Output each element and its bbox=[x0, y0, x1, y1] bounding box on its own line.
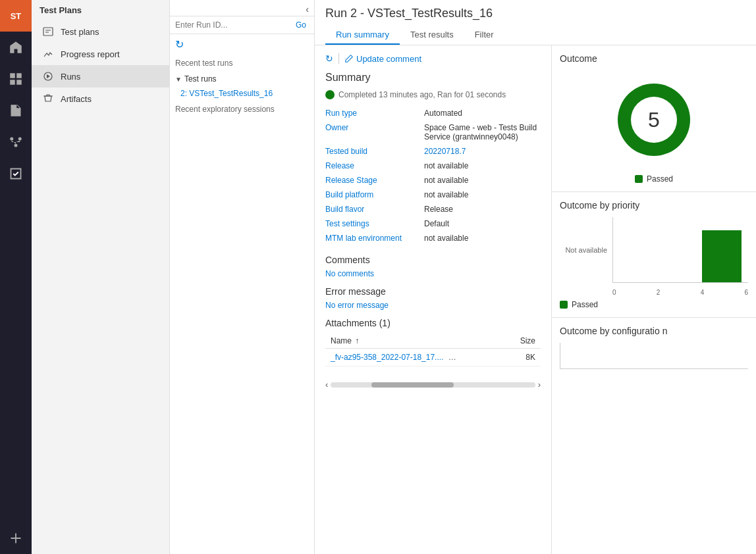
donut-wrap: 5 5 bbox=[605, 70, 703, 169]
priority-passed-dot bbox=[560, 301, 568, 309]
sidebar-item-artifacts[interactable]: Artifacts bbox=[32, 88, 169, 110]
priority-plot-area bbox=[612, 217, 748, 283]
svg-point-5 bbox=[18, 138, 22, 141]
test-plans-icon bbox=[42, 26, 54, 38]
field-release-stage-value: not available bbox=[424, 174, 541, 186]
svg-point-4 bbox=[10, 138, 13, 141]
edit-icon bbox=[344, 54, 354, 63]
toolbar-refresh-icon[interactable]: ↻ bbox=[325, 53, 333, 64]
donut-legend: Passed bbox=[635, 174, 673, 184]
passed-legend-dot bbox=[635, 175, 643, 183]
run-id-input[interactable] bbox=[175, 20, 293, 30]
field-test-settings-value: Default bbox=[424, 218, 541, 230]
outcome-panel: Outcome 5 5 Passed bbox=[552, 45, 756, 192]
svg-rect-2 bbox=[10, 80, 15, 85]
field-release-label: Release bbox=[325, 160, 424, 172]
attachment-name-cell: _fv-az95-358_2022-07-18_17.... … bbox=[325, 349, 506, 366]
attachments-table: Name ↑ Size _fv-az95-358_2022-07-18_17..… bbox=[325, 334, 541, 366]
page-title: Run 2 - VSTest_TestResults_16 bbox=[325, 7, 745, 20]
field-build-flavor-value: Release bbox=[424, 203, 541, 215]
app-logo[interactable]: ST bbox=[0, 0, 32, 32]
tab-test-results[interactable]: Test results bbox=[400, 26, 464, 45]
donut-chart: 5 5 Passed bbox=[560, 70, 748, 184]
field-test-settings-label: Test settings bbox=[325, 218, 424, 230]
update-comment-button[interactable]: Update comment bbox=[344, 54, 421, 64]
toolbar: ↻ Update comment bbox=[325, 53, 541, 64]
attachment-row: _fv-az95-358_2022-07-18_17.... … 8K bbox=[325, 349, 541, 366]
priority-chart-area: Not available 0 2 4 6 bbox=[560, 217, 748, 296]
status-green-circle bbox=[325, 90, 335, 99]
field-release-value: not available bbox=[424, 160, 541, 172]
sidebar-header: Test Plans bbox=[32, 0, 169, 20]
attachment-name[interactable]: _fv-az95-358_2022-07-18_17.... bbox=[331, 353, 443, 362]
progress-report-icon bbox=[42, 48, 54, 60]
priority-legend: Passed bbox=[560, 300, 748, 309]
priority-passed-label: Passed bbox=[572, 300, 598, 309]
tab-filter[interactable]: Filter bbox=[464, 26, 504, 45]
field-mtm-label: MTM lab environment bbox=[325, 232, 424, 244]
content-left: ↻ Update comment Summary Completed 13 mi… bbox=[315, 45, 552, 554]
collapse-panel-icon[interactable]: ‹ bbox=[303, 3, 311, 16]
refresh-button[interactable]: ↻ bbox=[170, 34, 314, 55]
sidebar-item-progress-report-label: Progress report bbox=[61, 49, 120, 59]
recent-exploratory-sessions-label[interactable]: Recent exploratory sessions bbox=[170, 101, 314, 118]
outcome-title: Outcome bbox=[560, 53, 748, 64]
field-release-stage-label: Release Stage bbox=[325, 174, 424, 186]
status-text: Completed 13 minutes ago, Ran for 01 sec… bbox=[338, 90, 506, 99]
field-run-type-label: Run type bbox=[325, 107, 424, 119]
main-area: Run 2 - VSTest_TestResults_16 Run summar… bbox=[315, 0, 756, 554]
field-owner-value: Space Game - web - Tests Build Service (… bbox=[424, 122, 541, 143]
no-comments: No comments bbox=[325, 269, 541, 278]
nav-item-pipelines[interactable] bbox=[0, 126, 32, 158]
priority-y-label: Not available bbox=[560, 217, 612, 283]
attachments-title: Attachments (1) bbox=[325, 318, 541, 328]
attachment-menu-dots[interactable]: … bbox=[448, 353, 456, 362]
scroll-right-arrow[interactable]: › bbox=[538, 380, 541, 390]
tab-run-summary[interactable]: Run summary bbox=[325, 26, 400, 45]
field-tested-build-value: 20220718.7 bbox=[424, 145, 541, 157]
svg-rect-3 bbox=[16, 80, 22, 85]
nav-add-icon[interactable] bbox=[0, 522, 32, 554]
outcome-config-title: Outcome by configuratio n bbox=[560, 326, 748, 336]
test-run-item[interactable]: 2: VSTest_TestResults_16 bbox=[170, 86, 314, 101]
donut-center-value: 5 bbox=[648, 108, 660, 132]
scroll-track[interactable] bbox=[331, 382, 535, 388]
field-run-type-value: Automated bbox=[424, 107, 541, 119]
no-error: No error message bbox=[325, 301, 541, 310]
svg-point-6 bbox=[14, 144, 18, 147]
sidebar-item-progress-report[interactable]: Progress report bbox=[32, 43, 169, 65]
nav-item-test-plans[interactable] bbox=[0, 158, 32, 189]
attachments-col-size: Size bbox=[506, 334, 541, 349]
nav-item-overview[interactable] bbox=[0, 32, 32, 63]
test-runs-group-label: ▼ Test runs bbox=[170, 72, 314, 86]
scroll-thumb[interactable] bbox=[371, 382, 453, 388]
sidebar-item-test-plans[interactable]: Test plans bbox=[32, 20, 169, 43]
nav-item-repos[interactable] bbox=[0, 95, 32, 126]
outcome-priority-title: Outcome by priority bbox=[560, 200, 748, 211]
attachments-col-name[interactable]: Name ↑ bbox=[325, 334, 506, 349]
info-grid: Run type Automated Owner Space Game - we… bbox=[325, 107, 541, 244]
sidebar-item-runs[interactable]: Runs bbox=[32, 65, 169, 88]
runs-panel: ‹ Go ↻ Recent test runs ▼ Test runs 2: V… bbox=[170, 0, 315, 554]
summary-section-title: Summary bbox=[325, 72, 541, 84]
field-owner-label: Owner bbox=[325, 122, 424, 143]
nav-item-boards[interactable] bbox=[0, 63, 32, 95]
main-body: ↻ Update comment Summary Completed 13 mi… bbox=[315, 45, 756, 554]
sort-icon: ↑ bbox=[355, 336, 359, 345]
sidebar-item-runs-label: Runs bbox=[61, 72, 80, 82]
field-build-flavor-label: Build flavor bbox=[325, 203, 424, 215]
outcome-priority-panel: Outcome by priority Not available 0 2 bbox=[552, 192, 756, 318]
field-build-platform-label: Build platform bbox=[325, 189, 424, 201]
svg-rect-0 bbox=[10, 73, 15, 78]
field-build-platform-value: not available bbox=[424, 189, 541, 201]
scroll-left-arrow[interactable]: ‹ bbox=[325, 380, 328, 390]
svg-text:5: 5 bbox=[652, 136, 656, 144]
priority-bar-passed bbox=[702, 230, 742, 282]
go-button[interactable]: Go bbox=[293, 19, 309, 31]
runs-icon bbox=[42, 70, 54, 82]
outcome-config-panel: Outcome by configuratio n bbox=[552, 318, 756, 377]
tested-build-link[interactable]: 20220718.7 bbox=[424, 147, 466, 156]
sidebar: Test Plans Test plans Progress report Ru… bbox=[32, 0, 170, 554]
field-mtm-value: not available bbox=[424, 232, 541, 244]
horizontal-scrollbar[interactable]: ‹ › bbox=[325, 380, 541, 390]
